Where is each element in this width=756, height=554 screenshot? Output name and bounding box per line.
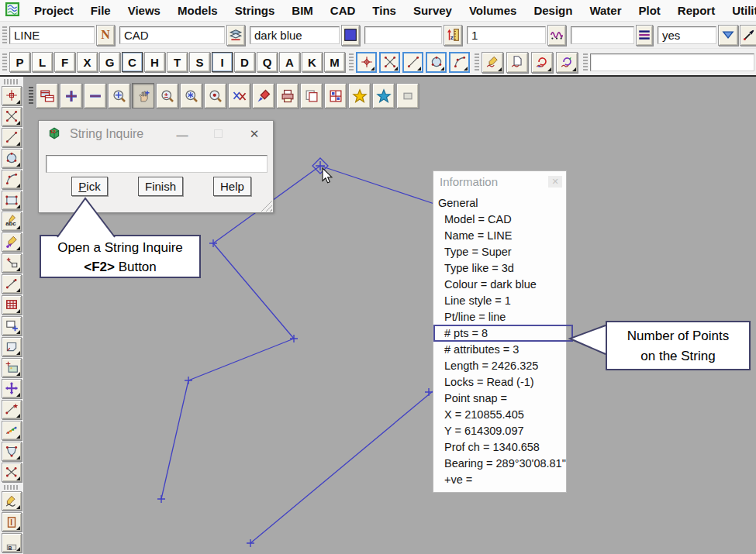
cad-letter-x-button[interactable]: X bbox=[77, 52, 98, 72]
help-button[interactable]: Help bbox=[213, 177, 251, 196]
cad-page-button[interactable] bbox=[506, 52, 528, 73]
resize-grip[interactable] bbox=[261, 200, 272, 212]
line-button[interactable] bbox=[2, 128, 22, 147]
text-box-button[interactable]: I bbox=[2, 512, 22, 532]
rectangle-button[interactable] bbox=[2, 191, 22, 210]
cad-rotate2-button[interactable] bbox=[556, 52, 578, 73]
plot-button[interactable] bbox=[276, 83, 299, 108]
name-picker-button[interactable]: N bbox=[96, 25, 115, 46]
menu-volumes[interactable]: Volumes bbox=[461, 0, 525, 21]
weight-picker-button[interactable] bbox=[636, 25, 653, 46]
cad-letter-q-button[interactable]: Q bbox=[257, 52, 278, 72]
string-name-input[interactable] bbox=[9, 26, 95, 44]
menu-survey[interactable]: Survey bbox=[405, 0, 461, 21]
inquire-input[interactable] bbox=[46, 155, 268, 173]
grid-view-button[interactable] bbox=[324, 83, 347, 108]
maximize-icon[interactable] bbox=[200, 127, 236, 141]
cad-letter-p-button[interactable]: P bbox=[9, 52, 30, 72]
cad-rotate-button[interactable] bbox=[531, 52, 553, 73]
cad-letter-s-button[interactable]: S bbox=[189, 52, 210, 72]
gradient-line-button[interactable] bbox=[2, 421, 22, 440]
repaint-button[interactable] bbox=[252, 83, 274, 108]
close-icon[interactable]: ✕ bbox=[236, 127, 273, 141]
offset-button[interactable] bbox=[2, 400, 22, 419]
cad-letter-t-button[interactable]: T bbox=[167, 52, 188, 72]
delete-view-button[interactable] bbox=[228, 83, 250, 108]
menu-design[interactable]: Design bbox=[525, 0, 581, 21]
minimize-icon[interactable]: — bbox=[164, 128, 200, 141]
menu-report[interactable]: Report bbox=[669, 0, 723, 21]
linestyle-picker-button[interactable] bbox=[547, 25, 566, 46]
cad-letter-g-button[interactable]: G bbox=[99, 52, 120, 72]
cad-command-input[interactable] bbox=[590, 53, 754, 71]
pan-hand-button[interactable] bbox=[132, 83, 154, 108]
point-snap-button[interactable] bbox=[356, 52, 377, 73]
cross-button[interactable] bbox=[2, 107, 22, 126]
delete-cross-button[interactable] bbox=[2, 463, 22, 482]
partial-button[interactable]: B bbox=[2, 533, 22, 552]
move-button[interactable] bbox=[2, 379, 22, 398]
new-view-button[interactable] bbox=[36, 83, 58, 108]
app-logo-icon[interactable] bbox=[5, 2, 19, 19]
toolbar-drag-handle[interactable] bbox=[2, 53, 7, 71]
point-button[interactable] bbox=[2, 86, 22, 105]
cad-letter-a-button[interactable]: A bbox=[279, 52, 300, 72]
menu-file[interactable]: File bbox=[82, 0, 119, 21]
menu-utilities[interactable]: Utilities bbox=[723, 0, 756, 21]
cad-letter-c-button[interactable]: C bbox=[122, 52, 143, 72]
height-picker-button[interactable]: z bbox=[444, 25, 462, 46]
cad-pencil-button[interactable] bbox=[482, 52, 503, 73]
dialog-titlebar[interactable]: 12 String Inquire — ✕ bbox=[39, 121, 273, 147]
views-star-button[interactable] bbox=[372, 83, 395, 108]
table-button[interactable] bbox=[2, 295, 22, 315]
toolbar-drag-handle[interactable] bbox=[4, 79, 19, 84]
measure-button[interactable] bbox=[2, 274, 22, 294]
symbol-button[interactable] bbox=[2, 232, 22, 252]
cross-snap-button[interactable] bbox=[379, 52, 400, 73]
edit-pencil-button[interactable] bbox=[2, 491, 22, 511]
arc-snap-button[interactable] bbox=[449, 52, 470, 73]
menu-water[interactable]: Water bbox=[581, 0, 630, 21]
weight-input[interactable] bbox=[571, 26, 634, 44]
cad-letter-i-button[interactable]: I bbox=[212, 52, 233, 72]
pick-button[interactable]: Pick bbox=[71, 177, 108, 196]
colour-swatch-button[interactable] bbox=[341, 25, 360, 46]
linestyle-input[interactable] bbox=[467, 26, 546, 44]
favorites-star-button[interactable] bbox=[348, 83, 371, 108]
copy-view-button[interactable] bbox=[300, 83, 323, 108]
zoom-window-button[interactable]: ± bbox=[156, 83, 178, 108]
tinable-dropdown-button[interactable] bbox=[718, 25, 738, 46]
zoom-previous-button[interactable] bbox=[204, 83, 226, 108]
cad-letter-f-button[interactable]: F bbox=[54, 52, 75, 72]
view-toolbar-handle[interactable] bbox=[29, 87, 33, 105]
zoom-out-button[interactable] bbox=[84, 83, 106, 108]
menu-cad[interactable]: CAD bbox=[322, 0, 364, 21]
menu-models[interactable]: Models bbox=[169, 0, 226, 21]
boundary-button[interactable] bbox=[2, 442, 22, 461]
cad-letter-m-button[interactable]: M bbox=[324, 52, 345, 72]
menu-tins[interactable]: Tins bbox=[364, 0, 405, 21]
circle-snap-button[interactable] bbox=[426, 52, 447, 73]
toolbar-drag-handle[interactable] bbox=[2, 26, 7, 43]
tinable-input[interactable] bbox=[658, 26, 716, 44]
eyedropper-button[interactable] bbox=[740, 25, 756, 46]
line-snap-button[interactable] bbox=[402, 52, 423, 73]
zoom-extents-button[interactable] bbox=[180, 83, 202, 108]
model-input[interactable] bbox=[119, 26, 225, 44]
finish-button[interactable]: Finish bbox=[138, 177, 183, 196]
blank-button[interactable] bbox=[396, 83, 419, 108]
model-picker-button[interactable] bbox=[226, 25, 245, 46]
height-input[interactable] bbox=[364, 26, 442, 44]
cad-letter-h-button[interactable]: H bbox=[144, 52, 165, 72]
menu-bim[interactable]: BIM bbox=[283, 0, 322, 21]
cad-letter-d-button[interactable]: D bbox=[234, 52, 255, 72]
colour-input[interactable] bbox=[250, 26, 340, 44]
menu-views[interactable]: Views bbox=[119, 0, 169, 21]
drawing-canvas[interactable]: ± 12 String Inquire — ✕ Pick Finish Help bbox=[23, 77, 756, 554]
copy-rect-button[interactable] bbox=[2, 316, 22, 335]
circle-button[interactable] bbox=[2, 149, 22, 168]
zoom-in-button[interactable] bbox=[60, 83, 82, 108]
image-button[interactable] bbox=[2, 358, 22, 377]
close-icon[interactable]: ✕ bbox=[548, 176, 562, 188]
menu-project[interactable]: Project bbox=[26, 0, 82, 21]
